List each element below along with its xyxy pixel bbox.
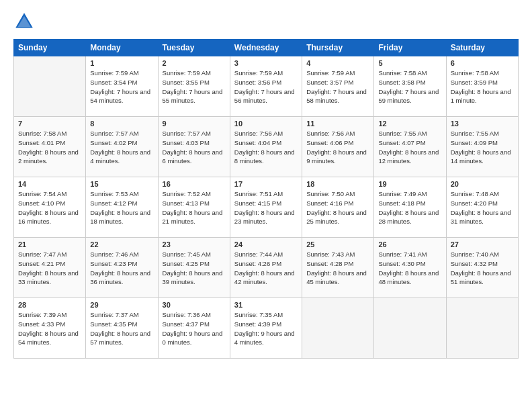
calendar-day: 20Sunrise: 7:48 AMSunset: 4:20 PMDayligh… <box>446 177 518 238</box>
header-friday: Friday <box>374 40 446 56</box>
calendar-day <box>374 298 446 359</box>
calendar-day: 27Sunrise: 7:40 AMSunset: 4:32 PMDayligh… <box>446 238 518 298</box>
day-number: 11 <box>306 120 369 128</box>
calendar-day: 31Sunrise: 7:35 AMSunset: 4:39 PMDayligh… <box>230 298 302 359</box>
day-info: Sunrise: 7:45 AMSunset: 4:25 PMDaylight:… <box>163 250 226 287</box>
calendar-week-3: 14Sunrise: 7:54 AMSunset: 4:10 PMDayligh… <box>14 177 519 238</box>
day-info: Sunrise: 7:56 AMSunset: 4:06 PMDaylight:… <box>306 129 369 166</box>
day-number: 30 <box>163 301 226 309</box>
calendar-day: 30Sunrise: 7:36 AMSunset: 4:37 PMDayligh… <box>158 298 230 359</box>
day-info: Sunrise: 7:59 AMSunset: 3:55 PMDaylight:… <box>163 68 226 105</box>
calendar-day: 26Sunrise: 7:41 AMSunset: 4:30 PMDayligh… <box>374 238 446 298</box>
header-tuesday: Tuesday <box>158 40 230 56</box>
day-info: Sunrise: 7:43 AMSunset: 4:28 PMDaylight:… <box>306 250 369 287</box>
page-header <box>13 11 519 32</box>
day-info: Sunrise: 7:57 AMSunset: 4:02 PMDaylight:… <box>90 129 153 166</box>
day-number: 29 <box>90 301 153 309</box>
day-number: 6 <box>451 59 514 67</box>
calendar-week-1: 1Sunrise: 7:59 AMSunset: 3:54 PMDaylight… <box>14 56 519 117</box>
day-info: Sunrise: 7:50 AMSunset: 4:16 PMDaylight:… <box>306 189 369 226</box>
calendar-day: 3Sunrise: 7:59 AMSunset: 3:56 PMDaylight… <box>230 56 302 117</box>
day-number: 20 <box>451 180 514 188</box>
logo <box>13 11 38 32</box>
day-info: Sunrise: 7:55 AMSunset: 4:07 PMDaylight:… <box>378 129 441 166</box>
day-number: 9 <box>163 120 226 128</box>
day-info: Sunrise: 7:59 AMSunset: 3:56 PMDaylight:… <box>234 68 298 105</box>
day-info: Sunrise: 7:51 AMSunset: 4:15 PMDaylight:… <box>234 189 298 226</box>
day-number: 14 <box>18 180 81 188</box>
day-number: 1 <box>90 59 153 67</box>
calendar-day: 13Sunrise: 7:55 AMSunset: 4:09 PMDayligh… <box>446 117 518 177</box>
calendar-day: 2Sunrise: 7:59 AMSunset: 3:55 PMDaylight… <box>158 56 230 117</box>
calendar-day: 29Sunrise: 7:37 AMSunset: 4:35 PMDayligh… <box>86 298 158 359</box>
calendar-day: 19Sunrise: 7:49 AMSunset: 4:18 PMDayligh… <box>374 177 446 238</box>
day-number: 8 <box>90 120 153 128</box>
calendar-day: 14Sunrise: 7:54 AMSunset: 4:10 PMDayligh… <box>14 177 86 238</box>
day-info: Sunrise: 7:57 AMSunset: 4:03 PMDaylight:… <box>163 129 226 166</box>
day-number: 13 <box>451 120 514 128</box>
calendar-day: 5Sunrise: 7:58 AMSunset: 3:58 PMDaylight… <box>374 56 446 117</box>
calendar-week-2: 7Sunrise: 7:58 AMSunset: 4:01 PMDaylight… <box>14 117 519 177</box>
calendar-day: 10Sunrise: 7:56 AMSunset: 4:04 PMDayligh… <box>230 117 302 177</box>
day-info: Sunrise: 7:44 AMSunset: 4:26 PMDaylight:… <box>234 250 298 287</box>
day-info: Sunrise: 7:58 AMSunset: 4:01 PMDaylight:… <box>18 129 81 166</box>
day-info: Sunrise: 7:55 AMSunset: 4:09 PMDaylight:… <box>451 129 514 166</box>
day-number: 3 <box>234 59 298 67</box>
calendar-day: 12Sunrise: 7:55 AMSunset: 4:07 PMDayligh… <box>374 117 446 177</box>
day-number: 31 <box>234 301 298 309</box>
day-number: 27 <box>451 240 514 248</box>
calendar-week-5: 28Sunrise: 7:39 AMSunset: 4:33 PMDayligh… <box>14 298 519 359</box>
day-number: 10 <box>234 120 298 128</box>
header-monday: Monday <box>86 40 158 56</box>
day-info: Sunrise: 7:46 AMSunset: 4:23 PMDaylight:… <box>90 250 153 287</box>
calendar-day: 16Sunrise: 7:52 AMSunset: 4:13 PMDayligh… <box>158 177 230 238</box>
calendar-day <box>302 298 374 359</box>
calendar-day: 15Sunrise: 7:53 AMSunset: 4:12 PMDayligh… <box>86 177 158 238</box>
calendar-day: 21Sunrise: 7:47 AMSunset: 4:21 PMDayligh… <box>14 238 86 298</box>
day-number: 24 <box>234 240 298 248</box>
calendar-day: 1Sunrise: 7:59 AMSunset: 3:54 PMDaylight… <box>86 56 158 117</box>
calendar-day: 4Sunrise: 7:59 AMSunset: 3:57 PMDaylight… <box>302 56 374 117</box>
calendar-day: 24Sunrise: 7:44 AMSunset: 4:26 PMDayligh… <box>230 238 302 298</box>
header-sunday: Sunday <box>14 40 86 56</box>
day-number: 22 <box>90 240 153 248</box>
calendar-day <box>446 298 518 359</box>
day-number: 4 <box>306 59 369 67</box>
day-info: Sunrise: 7:36 AMSunset: 4:37 PMDaylight:… <box>163 310 226 347</box>
day-info: Sunrise: 7:52 AMSunset: 4:13 PMDaylight:… <box>163 189 226 226</box>
day-number: 7 <box>18 120 81 128</box>
header-saturday: Saturday <box>446 40 518 56</box>
day-number: 15 <box>90 180 153 188</box>
day-number: 5 <box>378 59 441 67</box>
day-number: 21 <box>18 240 81 248</box>
logo-icon <box>13 11 35 32</box>
calendar-day: 6Sunrise: 7:58 AMSunset: 3:59 PMDaylight… <box>446 56 518 117</box>
calendar-week-4: 21Sunrise: 7:47 AMSunset: 4:21 PMDayligh… <box>14 238 519 298</box>
day-info: Sunrise: 7:39 AMSunset: 4:33 PMDaylight:… <box>18 310 81 347</box>
day-number: 26 <box>378 240 441 248</box>
calendar-day <box>14 56 86 117</box>
day-number: 18 <box>306 180 369 188</box>
calendar-day: 28Sunrise: 7:39 AMSunset: 4:33 PMDayligh… <box>14 298 86 359</box>
day-info: Sunrise: 7:58 AMSunset: 3:58 PMDaylight:… <box>378 68 441 105</box>
day-number: 12 <box>378 120 441 128</box>
day-info: Sunrise: 7:59 AMSunset: 3:54 PMDaylight:… <box>90 68 153 105</box>
calendar-day: 17Sunrise: 7:51 AMSunset: 4:15 PMDayligh… <box>230 177 302 238</box>
day-info: Sunrise: 7:48 AMSunset: 4:20 PMDaylight:… <box>451 189 514 226</box>
day-info: Sunrise: 7:37 AMSunset: 4:35 PMDaylight:… <box>90 310 153 347</box>
calendar-day: 11Sunrise: 7:56 AMSunset: 4:06 PMDayligh… <box>302 117 374 177</box>
day-number: 16 <box>163 180 226 188</box>
day-number: 28 <box>18 301 81 309</box>
day-number: 23 <box>163 240 226 248</box>
day-number: 19 <box>378 180 441 188</box>
calendar-day: 9Sunrise: 7:57 AMSunset: 4:03 PMDaylight… <box>158 117 230 177</box>
header-thursday: Thursday <box>302 40 374 56</box>
calendar-day: 22Sunrise: 7:46 AMSunset: 4:23 PMDayligh… <box>86 238 158 298</box>
day-info: Sunrise: 7:59 AMSunset: 3:57 PMDaylight:… <box>306 68 369 105</box>
calendar-day: 18Sunrise: 7:50 AMSunset: 4:16 PMDayligh… <box>302 177 374 238</box>
header-wednesday: Wednesday <box>230 40 302 56</box>
calendar-day: 25Sunrise: 7:43 AMSunset: 4:28 PMDayligh… <box>302 238 374 298</box>
day-info: Sunrise: 7:58 AMSunset: 3:59 PMDaylight:… <box>451 68 514 105</box>
day-number: 2 <box>163 59 226 67</box>
day-info: Sunrise: 7:40 AMSunset: 4:32 PMDaylight:… <box>451 250 514 287</box>
